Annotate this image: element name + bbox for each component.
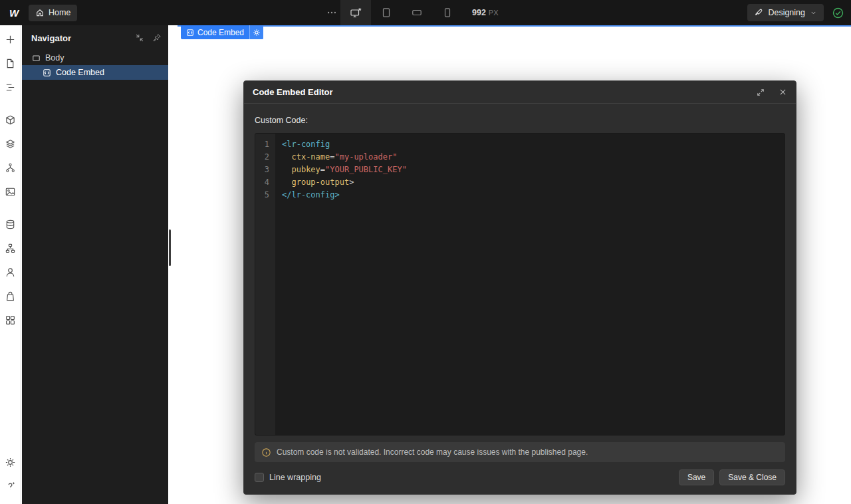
ecommerce-icon[interactable] (1, 287, 20, 305)
code-embed-badge-icon (186, 29, 194, 37)
close-modal-icon[interactable] (779, 88, 787, 96)
help-icon[interactable] (1, 477, 20, 495)
code-embed-editor-modal: Code Embed Editor Custom Code: 12345 <l (243, 80, 796, 495)
canvas-width-indicator[interactable]: 992 PX (472, 8, 499, 17)
add-elements-icon[interactable] (1, 30, 20, 49)
settings-icon[interactable] (1, 453, 20, 471)
selected-element-badge[interactable]: Code Embed (181, 25, 263, 39)
line-numbers: 12345 (255, 134, 275, 435)
info-text: Custom code is not validated. Incorrect … (277, 447, 588, 457)
save-and-close-button[interactable]: Save & Close (719, 469, 785, 485)
home-icon (35, 8, 45, 17)
users-icon[interactable] (1, 263, 20, 281)
canvas-width-value: 992 (472, 8, 486, 17)
left-toolbar (0, 25, 21, 504)
topbar-right: Designing (747, 4, 851, 21)
navigator-panel: Navigator Body (22, 25, 168, 504)
apps-icon[interactable] (1, 311, 20, 329)
breakpoint-tablet[interactable] (371, 0, 402, 25)
more-breakpoints-icon[interactable] (323, 7, 340, 18)
rail-bottom-group (1, 453, 20, 504)
home-label: Home (49, 8, 70, 17)
breakpoint-desktop-base[interactable] (340, 0, 371, 25)
navigator-title: Navigator (31, 33, 71, 43)
navigator-header: Navigator (22, 25, 168, 51)
webflow-designer: W Home (0, 0, 851, 504)
expand-modal-icon[interactable] (756, 88, 765, 97)
code-editor[interactable]: 12345 <lr-config ctx-name="my-uploader" … (255, 133, 785, 436)
home-button[interactable]: Home (29, 5, 77, 21)
line-wrapping-checkbox[interactable] (255, 473, 264, 482)
navigator-icon[interactable] (1, 78, 20, 96)
selected-element-label: Code Embed (197, 28, 244, 37)
topbar-left: W Home (0, 5, 77, 21)
mode-label: Designing (768, 8, 805, 17)
tree-item-body[interactable]: Body (22, 51, 168, 65)
body-element-icon (32, 54, 41, 63)
modal-title: Code Embed Editor (253, 87, 333, 97)
publish-status-icon[interactable] (832, 7, 844, 19)
mode-dropdown[interactable]: Designing (747, 4, 824, 21)
modal-titlebar[interactable]: Code Embed Editor (244, 81, 796, 104)
brush-icon (754, 8, 763, 17)
variables-icon[interactable] (1, 158, 20, 177)
line-wrapping-label: Line wrapping (269, 473, 321, 482)
logic-icon[interactable] (1, 239, 20, 257)
tree-item-label: Body (45, 53, 64, 63)
cms-icon[interactable] (1, 215, 20, 233)
modal-body: Custom Code: 12345 <lr-config ctx-name="… (244, 104, 796, 496)
assets-icon[interactable] (1, 182, 20, 201)
info-icon (261, 447, 271, 457)
webflow-logo-icon[interactable]: W (6, 5, 22, 21)
pin-panel-icon[interactable] (152, 33, 162, 43)
panel-resize-handle[interactable] (169, 229, 171, 266)
element-settings-gear-icon[interactable] (249, 25, 263, 39)
components-icon[interactable] (1, 110, 20, 129)
breakpoint-mobile-portrait[interactable] (432, 0, 463, 25)
code-embed-element-icon (43, 68, 51, 77)
chevron-down-icon (810, 9, 817, 17)
tree-item-code-embed[interactable]: Code Embed (22, 65, 168, 80)
custom-code-label: Custom Code: (255, 116, 785, 125)
modal-footer: Line wrapping Save Save & Close (255, 469, 785, 485)
code-content[interactable]: <lr-config ctx-name="my-uploader" pubkey… (275, 134, 785, 435)
selected-element-outline (178, 25, 851, 27)
collapse-panel-icon[interactable] (135, 33, 144, 43)
canvas-width-unit: PX (489, 9, 499, 17)
save-button[interactable]: Save (679, 469, 714, 485)
breakpoint-bar: 992 PX (323, 0, 499, 25)
breakpoint-mobile-landscape[interactable] (402, 0, 432, 25)
top-bar: W Home (0, 0, 851, 25)
validation-info-bar: Custom code is not validated. Incorrect … (255, 442, 785, 462)
pages-icon[interactable] (1, 54, 20, 72)
libraries-icon[interactable] (1, 134, 20, 153)
tree-item-label: Code Embed (56, 68, 104, 77)
